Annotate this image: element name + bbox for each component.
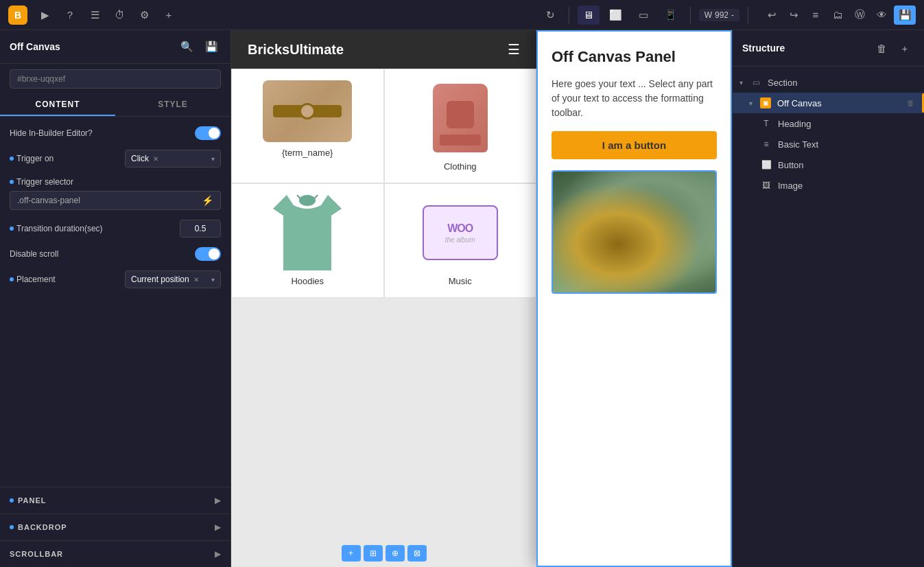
tab-style[interactable]: STYLE bbox=[115, 94, 230, 116]
transition-duration-label: Transition duration(sec) bbox=[10, 224, 103, 233]
logo-button[interactable]: B bbox=[8, 5, 27, 25]
backdrop-section-row[interactable]: BACKDROP ▶ bbox=[0, 513, 230, 540]
panel-title: Off Canvas bbox=[10, 41, 60, 52]
oc-panel-title: Off Canvas Panel bbox=[552, 48, 717, 66]
template-icon[interactable]: ☰ bbox=[85, 5, 104, 25]
panel-content: Hide In-Builder Editor? Trigger on Click… bbox=[0, 117, 230, 487]
hide-in-builder-toggle[interactable] bbox=[195, 126, 221, 140]
off-canvas-panel: Off Canvas Panel Here goes your text ...… bbox=[536, 30, 732, 567]
tablet-portrait-btn[interactable]: ▭ bbox=[632, 5, 654, 25]
trigger-on-select[interactable]: Click ✕ ▾ bbox=[125, 150, 221, 167]
grid-btn[interactable]: ⊞ bbox=[364, 545, 383, 562]
preview-icon[interactable]: 👁 bbox=[872, 5, 891, 25]
oc-panel-text: Here goes your text ... Select any part … bbox=[552, 77, 717, 120]
settings-btn[interactable]: ⊕ bbox=[386, 545, 405, 562]
transition-duration-input[interactable]: 0.5 bbox=[180, 220, 221, 238]
history-icon[interactable]: ⏱ bbox=[110, 5, 129, 25]
redo-icon[interactable]: ↪ bbox=[784, 5, 803, 25]
panel-header-icons: 🔍 💾 bbox=[177, 37, 221, 56]
add-icon[interactable]: + bbox=[159, 5, 178, 25]
trigger-on-label: Trigger on bbox=[10, 154, 54, 163]
bottom-toolbar: + ⊞ ⊕ ⊠ bbox=[231, 540, 536, 567]
wordpress-icon[interactable]: Ⓦ bbox=[850, 5, 869, 25]
product-name-0: {term_name} bbox=[282, 148, 333, 158]
disable-scroll-label: Disable scroll bbox=[10, 249, 58, 259]
canvas-area: BricksUltimate ☰ {term_name} bbox=[231, 30, 732, 567]
image-icon: 🖼 bbox=[760, 179, 772, 192]
placement-row: Placement Current position ✕ ▾ bbox=[10, 270, 221, 288]
trigger-on-row: Trigger on Click ✕ ▾ bbox=[10, 150, 221, 167]
heading-icon: T bbox=[760, 117, 772, 130]
panel-section-label: PANEL bbox=[10, 496, 46, 505]
product-grid: {term_name} Clothing bbox=[231, 69, 536, 298]
clear-placement-btn[interactable]: ✕ bbox=[193, 276, 199, 284]
element-id-field[interactable] bbox=[10, 69, 221, 89]
pages-icon[interactable]: 🗂 bbox=[828, 5, 847, 25]
disable-scroll-toggle[interactable] bbox=[195, 247, 221, 261]
search-icon[interactable]: 🔍 bbox=[177, 37, 196, 56]
panel-section-row[interactable]: PANEL ▶ bbox=[0, 487, 230, 513]
tab-content[interactable]: CONTENT bbox=[0, 94, 115, 116]
offcanvas-delete-icon[interactable]: 🗑 bbox=[907, 99, 914, 107]
top-toolbar: B ▶ ? ☰ ⏱ ⚙ + ↻ 🖥 ⬜ ▭ 📱 W 992 - ↩ ↪ ≡ 🗂 … bbox=[0, 0, 924, 30]
button-icon: ⬜ bbox=[760, 159, 772, 171]
trigger-selector-label-row: Trigger selector bbox=[10, 177, 221, 187]
add-section-btn[interactable]: + bbox=[342, 545, 361, 562]
structure-list: ▾ ▭ Section ▾ ▣ Off Canvas 🗑 T Heading bbox=[733, 67, 924, 201]
help-icon[interactable]: ? bbox=[60, 5, 80, 25]
panel-chevron: ▶ bbox=[215, 496, 221, 505]
right-panel: Structure 🗑 + ▾ ▭ Section ▾ ▣ Off Canvas… bbox=[732, 30, 924, 567]
trigger-selector-field[interactable]: .off-canvas-panel ⚡ bbox=[10, 191, 221, 210]
placement-label: Placement bbox=[10, 275, 56, 284]
panel-header: Off Canvas 🔍 💾 bbox=[0, 30, 230, 64]
structure-icon[interactable]: ≡ bbox=[806, 5, 825, 25]
oc-button[interactable]: I am a button bbox=[552, 131, 717, 159]
save-button[interactable]: 💾 bbox=[894, 5, 916, 25]
basictext-label: Basic Text bbox=[778, 139, 818, 150]
structure-item-section[interactable]: ▾ ▭ Section bbox=[733, 72, 924, 93]
disable-scroll-row: Disable scroll bbox=[10, 247, 221, 261]
structure-item-basictext[interactable]: ≡ Basic Text bbox=[733, 134, 924, 154]
product-image-backpack bbox=[419, 80, 501, 156]
offcanvas-icon: ▣ bbox=[759, 97, 772, 109]
site-title: BricksUltimate bbox=[248, 42, 344, 58]
structure-item-button[interactable]: ⬜ Button bbox=[733, 154, 924, 175]
site-header: BricksUltimate ☰ bbox=[231, 30, 536, 69]
scrollbar-section-row[interactable]: SCROLLBAR ▶ bbox=[0, 540, 230, 567]
product-name-3: Music bbox=[449, 276, 472, 286]
refresh-icon[interactable]: ↻ bbox=[541, 5, 560, 25]
structure-item-heading[interactable]: T Heading bbox=[733, 113, 924, 134]
mobile-btn[interactable]: 📱 bbox=[660, 5, 682, 25]
save-panel-icon[interactable]: 💾 bbox=[202, 37, 221, 56]
transition-duration-row: Transition duration(sec) 0.5 bbox=[10, 220, 221, 238]
structure-item-image[interactable]: 🖼 Image bbox=[733, 175, 924, 196]
desktop-btn[interactable]: 🖥 bbox=[578, 5, 600, 25]
product-card-3: WOO the album Music bbox=[384, 183, 537, 298]
offcanvas-chevron: ▾ bbox=[749, 100, 753, 107]
undo-icon[interactable]: ↩ bbox=[762, 5, 781, 25]
structure-delete-icon[interactable]: 🗑 bbox=[872, 38, 891, 58]
trigger-selector-label: Trigger selector bbox=[10, 177, 221, 187]
placement-select[interactable]: Current position ✕ ▾ bbox=[125, 270, 221, 288]
basictext-icon: ≡ bbox=[760, 138, 772, 150]
structure-item-offcanvas[interactable]: ▾ ▣ Off Canvas 🗑 bbox=[733, 93, 924, 113]
structure-add-icon[interactable]: + bbox=[895, 38, 914, 58]
hamburger-icon[interactable]: ☰ bbox=[508, 41, 520, 58]
product-image-music: WOO the album bbox=[419, 195, 501, 270]
settings-icon[interactable]: ⚙ bbox=[134, 5, 154, 25]
product-card-0: {term_name} bbox=[231, 69, 384, 183]
play-icon[interactable]: ▶ bbox=[36, 5, 55, 25]
product-card-2: Hoodies bbox=[231, 183, 384, 298]
bolt-icon: ⚡ bbox=[202, 195, 213, 206]
section-chevron: ▾ bbox=[739, 79, 743, 86]
trigger-dropdown-arrow: ▾ bbox=[211, 155, 215, 163]
main-area: Off Canvas 🔍 💾 CONTENT STYLE Hide In-Bui… bbox=[0, 30, 924, 567]
clear-trigger-btn[interactable]: ✕ bbox=[153, 155, 158, 163]
panel-dot bbox=[10, 498, 14, 502]
section-label: Section bbox=[768, 78, 797, 88]
tablet-landscape-btn[interactable]: ⬜ bbox=[605, 5, 627, 25]
align-btn[interactable]: ⊠ bbox=[407, 545, 427, 562]
button-label: Button bbox=[778, 160, 804, 170]
section-icon: ▭ bbox=[750, 76, 762, 89]
product-name-2: Hoodies bbox=[291, 276, 324, 286]
